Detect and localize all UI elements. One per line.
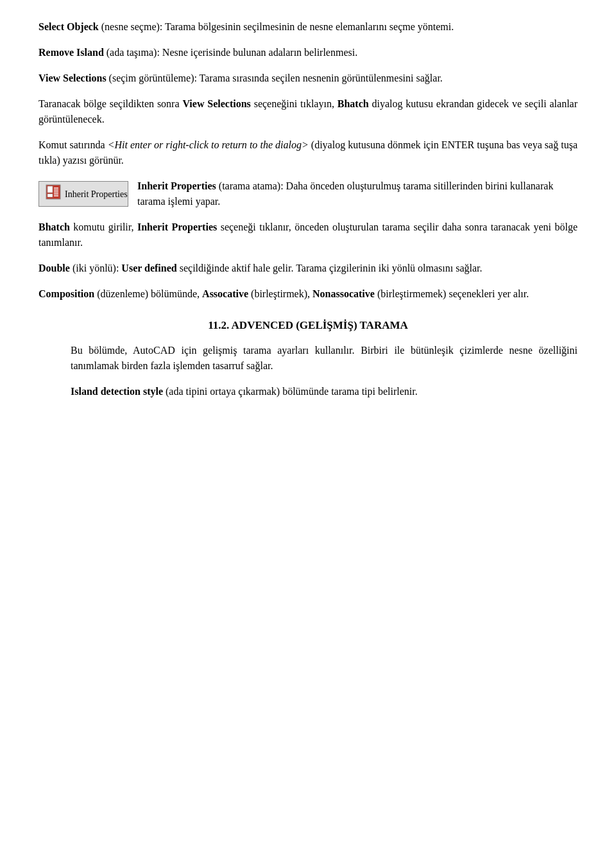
- bold-island-detection: Island detection style: [71, 386, 163, 397]
- paragraph-double: Double (iki yönlü): User defined seçildi…: [38, 261, 578, 276]
- bold-term-remove: Remove Island: [38, 47, 104, 58]
- bold-bhatch: Bhatch: [338, 98, 369, 109]
- bold-term-view: View Selections: [38, 73, 107, 83]
- paragraph-island-detection: Island detection style (ada tipini ortay…: [38, 384, 578, 399]
- inherit-btn-label: Inherit Properties: [65, 187, 128, 201]
- bold-composition: Composition: [38, 288, 94, 299]
- bold-view-selections-2: View Selections: [182, 98, 250, 109]
- svg-rect-2: [47, 194, 53, 197]
- paragraph-view-selections: View Selections (seçim görüntüleme): Tar…: [38, 71, 578, 86]
- italic-command: <Hit enter or right-click to return to t…: [108, 139, 309, 150]
- bold-nonassocative: Nonassocative: [312, 288, 375, 299]
- page-content: Select Objeck (nesne seçme): Tarama bölg…: [38, 19, 578, 399]
- paragraph-remove-island: Remove Island (ada taşıma): Nesne içeris…: [38, 45, 578, 60]
- inherit-properties-button[interactable]: Inherit Properties: [38, 181, 128, 207]
- paragraph-bu-bolumde: Bu bölümde, AutoCAD için gelişmiş tarama…: [38, 343, 578, 374]
- inherit-properties-description: Inherit Properties (tarama atama): Daha …: [137, 178, 578, 209]
- inherit-properties-row: Inherit Properties Inherit Properties (t…: [38, 178, 578, 209]
- paragraph-komut: Komut satırında <Hit enter or right-clic…: [38, 137, 578, 168]
- bold-double: Double: [38, 263, 70, 273]
- paragraph-taranacak: Taranacak bölge seçildikten sonra View S…: [38, 96, 578, 127]
- paragraph-select-objeck: Select Objeck (nesne seçme): Tarama bölg…: [38, 19, 578, 35]
- paragraph-composition: Composition (düzenleme) bölümünde, Assoc…: [38, 286, 578, 302]
- svg-rect-1: [47, 186, 53, 193]
- paragraph-bhatch-komutu: Bhatch komutu girilir, Inherit Propertie…: [38, 220, 578, 250]
- bold-assocative: Assocative: [202, 288, 248, 299]
- bold-user-defined: User defined: [121, 263, 176, 273]
- bold-inherit-props-2: Inherit Properties: [137, 221, 217, 232]
- section-heading-advenced: 11.2. ADVENCED (GELİŞMİŞ) TARAMA: [38, 317, 578, 334]
- bold-term: Select Objeck: [38, 21, 99, 32]
- bold-bhatch-2: Bhatch: [38, 221, 70, 232]
- bold-inherit: Inherit Properties: [137, 180, 216, 191]
- inherit-icon: [46, 184, 61, 204]
